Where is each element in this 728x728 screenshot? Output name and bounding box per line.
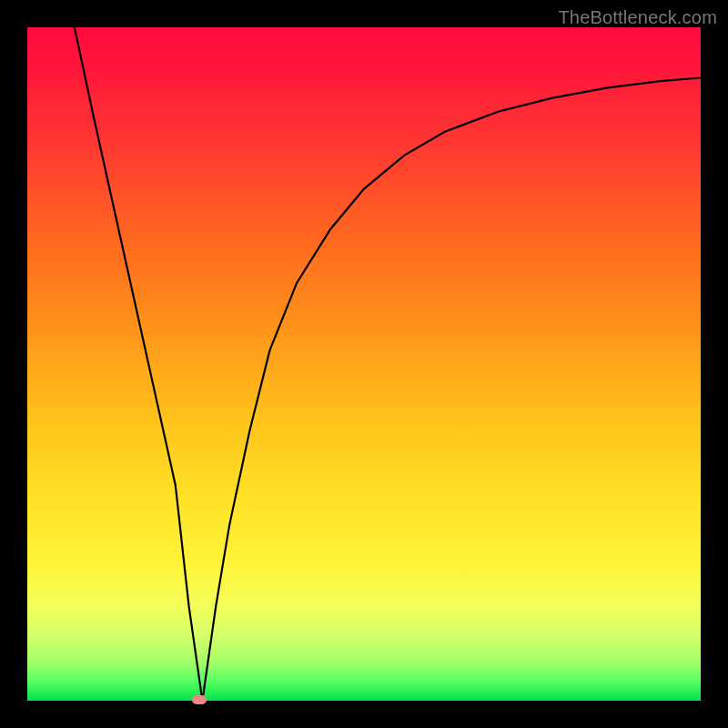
watermark-text: TheBottleneck.com <box>558 7 717 28</box>
curve-right-branch <box>202 78 701 702</box>
plot-area <box>27 27 701 701</box>
curve-left-branch <box>75 27 203 701</box>
bottleneck-curve <box>27 27 701 701</box>
optimum-marker <box>192 695 207 704</box>
chart-frame: TheBottleneck.com <box>0 0 728 728</box>
